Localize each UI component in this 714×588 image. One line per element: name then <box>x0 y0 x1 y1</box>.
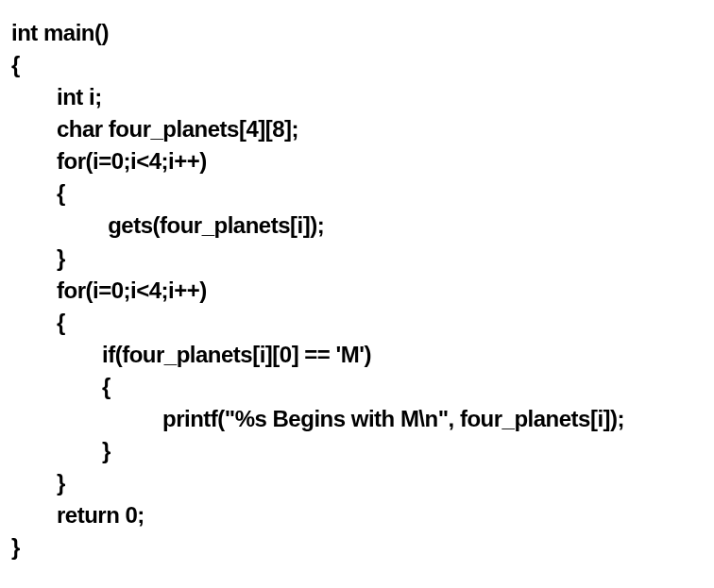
code-line-1: int main() <box>11 17 703 49</box>
code-line-16: return 0; <box>11 499 703 531</box>
code-line-9: for(i=0;i<4;i++) <box>11 275 703 307</box>
code-line-14: } <box>11 435 703 467</box>
code-line-3: int i; <box>11 81 703 113</box>
code-line-4: char four_planets[4][8]; <box>11 113 703 145</box>
code-line-11: if(four_planets[i][0] == 'M') <box>11 339 703 371</box>
code-line-2: { <box>11 49 703 81</box>
code-line-17: } <box>11 531 703 563</box>
code-line-13: printf("%s Begins with M\n", four_planet… <box>11 403 703 435</box>
code-line-7: gets(four_planets[i]); <box>11 210 703 242</box>
code-line-15: } <box>11 467 703 499</box>
code-line-10: { <box>11 307 703 339</box>
code-line-12: { <box>11 371 703 403</box>
code-line-5: for(i=0;i<4;i++) <box>11 145 703 177</box>
code-line-8: } <box>11 243 703 275</box>
code-line-6: { <box>11 177 703 210</box>
